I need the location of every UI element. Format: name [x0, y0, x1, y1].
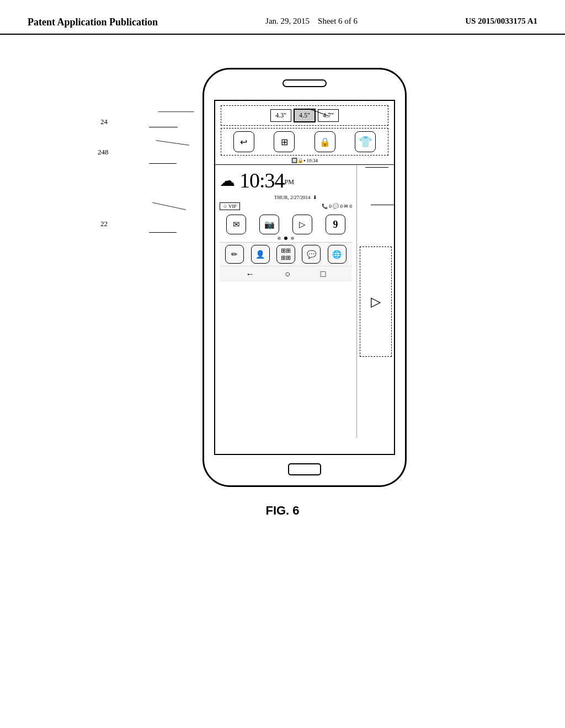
app-icon-back[interactable]: ↩: [233, 131, 254, 152]
phone-speaker: [282, 79, 327, 87]
dock-phone[interactable]: ✏: [225, 245, 244, 264]
clock-time: 10:34: [239, 169, 285, 192]
figure-caption: FIG. 6: [0, 504, 565, 518]
main-content: 24 246 248 244 22 242 14: [0, 35, 565, 487]
vip-row: ☆ VIP 📞 0 💬 0 ✉ 0: [220, 202, 352, 210]
notification-counts: 📞 0 💬 0 ✉ 0: [322, 204, 352, 209]
diagram-wrapper: 24 246 248 244 22 242 14: [89, 57, 476, 487]
ref-label-248: 248: [98, 148, 109, 157]
dock-messages[interactable]: 💬: [302, 245, 321, 264]
dock-browser[interactable]: 🌐: [328, 245, 347, 264]
nav-recents[interactable]: □: [321, 269, 326, 279]
size-option-45[interactable]: 4.5": [294, 109, 316, 122]
dock-contacts[interactable]: 👤: [251, 245, 270, 264]
right-panel-dashed: ▷: [360, 247, 392, 357]
phone-home-button[interactable]: [288, 463, 321, 475]
ref-label-24: 24: [100, 117, 108, 126]
screen-right-panel: ▷: [356, 165, 394, 438]
size-option-43[interactable]: 4.3": [270, 109, 291, 122]
header-left: Patent Application Publication: [28, 17, 158, 28]
page-header: Patent Application Publication Jan. 29, …: [0, 0, 565, 35]
app-icon-shirt[interactable]: 👕: [355, 131, 376, 152]
nav-bar: ← ○ □: [220, 266, 352, 282]
size-selector: 4.3" 4.5" 4.7": [221, 105, 388, 126]
app-play[interactable]: ▷: [292, 215, 312, 234]
app-icons-row: ↩ ⊞ 🔒 👕: [221, 128, 388, 156]
clock-widget: ☁ 10:34PM: [220, 168, 352, 192]
dot-1: [278, 237, 281, 240]
screen-main: ☁ 10:34PM THUR, 2/27/2014 ⬇ ☆ VIP: [215, 165, 394, 438]
clock-display: 10:34PM: [239, 168, 294, 192]
clock-date: THUR, 2/27/2014 ⬇: [239, 195, 352, 200]
bottom-app-icons: ✉ 📷 ▷ 9: [220, 215, 352, 234]
nav-back[interactable]: ←: [246, 269, 254, 279]
vip-badge[interactable]: ☆ VIP: [220, 202, 240, 210]
app-nine[interactable]: 9: [326, 215, 345, 234]
dot-3: [291, 237, 294, 240]
page-dots: [220, 237, 352, 240]
app-mail[interactable]: ✉: [226, 215, 246, 234]
cloud-icon: ☁: [220, 172, 235, 190]
app-camera[interactable]: 📷: [259, 215, 279, 234]
status-bar: 🔲🔒▪ 10:34: [215, 157, 394, 165]
phone-device: 4.3" 4.5" 4.7" ↩ ⊞ 🔒 👕 🔲🔒▪ 10:34: [202, 68, 407, 487]
play-triangle: ▷: [371, 294, 381, 309]
nav-home[interactable]: ○: [285, 269, 290, 279]
app-icon-keyboard[interactable]: ⊞: [274, 131, 295, 152]
dock: ✏ 👤 ⊞⊞⊞⊞ 💬 🌐: [220, 242, 352, 266]
header-center: Jan. 29, 2015 Sheet 6 of 6: [265, 17, 358, 26]
screen-left: ☁ 10:34PM THUR, 2/27/2014 ⬇ ☆ VIP: [215, 165, 356, 438]
dock-apps[interactable]: ⊞⊞⊞⊞: [276, 245, 295, 264]
header-right: US 2015/0033175 A1: [465, 17, 537, 26]
app-icon-lock[interactable]: 🔒: [315, 131, 335, 152]
ref-label-22: 22: [100, 220, 108, 228]
phone-screen: 4.3" 4.5" 4.7" ↩ ⊞ 🔒 👕 🔲🔒▪ 10:34: [214, 100, 395, 455]
clock-ampm: PM: [285, 178, 294, 186]
dot-2: [284, 237, 287, 240]
